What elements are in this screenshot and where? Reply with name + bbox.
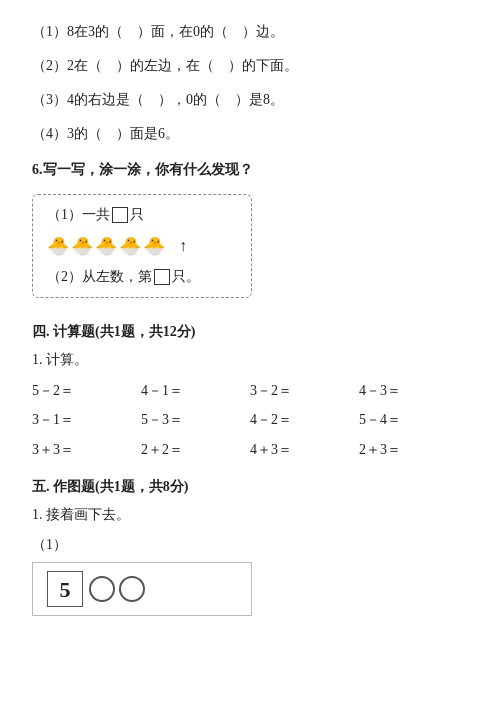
q3-line: （3）4的右边是（ ），0的（ ）是8。 bbox=[32, 86, 468, 114]
section6-title: 6.写一写，涂一涂，你有什么发现？ bbox=[32, 158, 468, 182]
drawing-question-1: （1） 5 bbox=[32, 533, 468, 617]
box2-unit: 只。 bbox=[172, 265, 200, 289]
calc-cell: 2＋2＝ bbox=[141, 435, 250, 465]
calc-table: 5－2＝ 4－1＝ 3－2＝ 4－3＝ 3－1＝ 5－3＝ 4－2＝ 5－4＝ … bbox=[32, 376, 468, 465]
box-row-1: （1）一共 只 bbox=[47, 203, 237, 227]
calc-cell: 5－3＝ bbox=[141, 405, 250, 435]
chick-row: 🐣 🐣 🐣 🐣 🐣 ↑ bbox=[47, 231, 237, 262]
chick-4: 🐣 bbox=[119, 231, 141, 262]
q4-text: （4）3的（ ）面是6。 bbox=[32, 126, 179, 141]
arrow-icon: ↑ bbox=[179, 232, 187, 259]
section5-sub: 1. 接着画下去。 bbox=[32, 503, 468, 527]
section-5: 五. 作图题(共1题，共8分) 1. 接着画下去。 （1） 5 bbox=[32, 475, 468, 616]
chick-1: 🐣 bbox=[47, 231, 69, 262]
section-4: 四. 计算题(共1题，共12分) 1. 计算。 5－2＝ 4－1＝ 3－2＝ 4… bbox=[32, 320, 468, 465]
q2-line: （2）2在（ ）的左边，在（ ）的下面。 bbox=[32, 52, 468, 80]
box1-label: （1）一共 bbox=[47, 203, 110, 227]
calc-row-2: 3－1＝ 5－3＝ 4－2＝ 5－4＝ bbox=[32, 405, 468, 435]
box2-label: （2）从左数，第 bbox=[47, 265, 152, 289]
box1-blank[interactable] bbox=[112, 207, 128, 223]
calc-cell: 4－2＝ bbox=[250, 405, 359, 435]
calc-cell: 4＋3＝ bbox=[250, 435, 359, 465]
box1-unit: 只 bbox=[130, 203, 144, 227]
calc-cell: 2＋3＝ bbox=[359, 435, 468, 465]
chick-2: 🐣 bbox=[71, 231, 93, 262]
number-5-box: 5 bbox=[47, 571, 83, 607]
section4-sub: 1. 计算。 bbox=[32, 348, 468, 372]
q4-line: （4）3的（ ）面是6。 bbox=[32, 120, 468, 148]
question-section-1to4: （1）8在3的（ ）面，在0的（ ）边。 （2）2在（ ）的左边，在（ ）的下面… bbox=[32, 18, 468, 148]
section5-header: 五. 作图题(共1题，共8分) bbox=[32, 475, 468, 499]
q2-text: （2）2在（ ）的左边，在（ ）的下面。 bbox=[32, 58, 298, 73]
circle-2 bbox=[119, 576, 145, 602]
drawing-q1-label: （1） bbox=[32, 537, 67, 552]
section4-header: 四. 计算题(共1题，共12分) bbox=[32, 320, 468, 344]
box2-blank[interactable] bbox=[154, 269, 170, 285]
q3-text: （3）4的右边是（ ），0的（ ）是8。 bbox=[32, 92, 284, 107]
calc-cell: 4－1＝ bbox=[141, 376, 250, 406]
calc-cell: 5－4＝ bbox=[359, 405, 468, 435]
calc-cell: 5－2＝ bbox=[32, 376, 141, 406]
calc-cell: 3－1＝ bbox=[32, 405, 141, 435]
section-6: 6.写一写，涂一涂，你有什么发现？ （1）一共 只 🐣 🐣 🐣 🐣 🐣 ↑ （2… bbox=[32, 158, 468, 310]
q1-text: （1）8在3的（ ）面，在0的（ ）边。 bbox=[32, 24, 284, 39]
calc-cell: 3－2＝ bbox=[250, 376, 359, 406]
calc-row-1: 5－2＝ 4－1＝ 3－2＝ 4－3＝ bbox=[32, 376, 468, 406]
drawing-box-1: 5 bbox=[32, 562, 252, 616]
calc-cell: 4－3＝ bbox=[359, 376, 468, 406]
box-row-2: （2）从左数，第 只。 bbox=[47, 265, 237, 289]
chick-5: 🐣 bbox=[143, 231, 165, 262]
q1-line: （1）8在3的（ ）面，在0的（ ）边。 bbox=[32, 18, 468, 46]
calc-row-3: 3＋3＝ 2＋2＝ 4＋3＝ 2＋3＝ bbox=[32, 435, 468, 465]
chick-3: 🐣 bbox=[95, 231, 117, 262]
calc-cell: 3＋3＝ bbox=[32, 435, 141, 465]
section6-box: （1）一共 只 🐣 🐣 🐣 🐣 🐣 ↑ （2）从左数，第 只。 bbox=[32, 194, 252, 298]
circle-1 bbox=[89, 576, 115, 602]
